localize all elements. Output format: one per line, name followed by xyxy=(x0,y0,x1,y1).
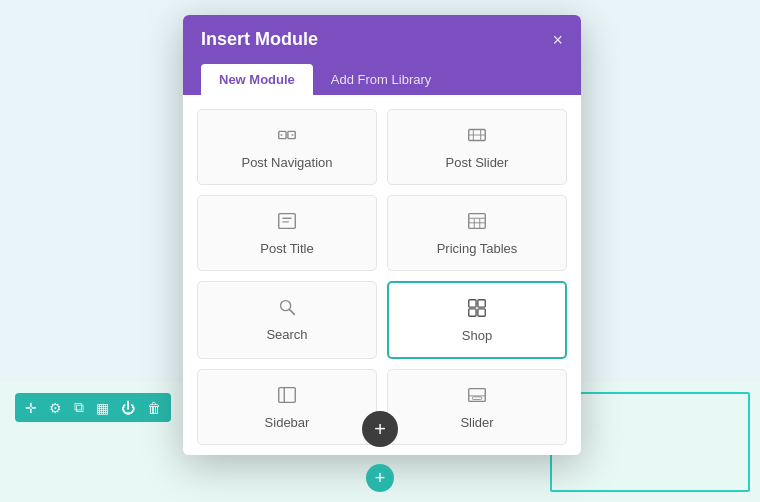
pricing-tables-label: Pricing Tables xyxy=(437,241,518,256)
tab-add-from-library[interactable]: Add From Library xyxy=(313,64,449,95)
module-shop[interactable]: Shop xyxy=(387,281,567,359)
modal-header: Insert Module × xyxy=(183,15,581,64)
post-navigation-icon xyxy=(276,124,298,149)
post-navigation-label: Post Navigation xyxy=(241,155,332,170)
search-label: Search xyxy=(266,327,307,342)
svg-rect-20 xyxy=(469,309,476,316)
module-search[interactable]: Search xyxy=(197,281,377,359)
shop-icon xyxy=(466,297,488,322)
columns-icon[interactable]: ▦ xyxy=(96,400,109,416)
svg-rect-21 xyxy=(478,309,485,316)
svg-rect-18 xyxy=(469,300,476,307)
post-title-icon xyxy=(276,210,298,235)
clone-icon[interactable]: ⧉ xyxy=(74,399,84,416)
module-post-slider[interactable]: Post Slider xyxy=(387,109,567,185)
add-module-button-teal[interactable]: + xyxy=(366,464,394,492)
settings-icon[interactable]: ⚙ xyxy=(49,400,62,416)
shop-label: Shop xyxy=(462,328,492,343)
tab-new-module[interactable]: New Module xyxy=(201,64,313,95)
svg-rect-0 xyxy=(279,131,286,138)
sidebar-icon xyxy=(276,384,298,409)
post-slider-label: Post Slider xyxy=(446,155,509,170)
bottom-toolbar: ✛ ⚙ ⧉ ▦ ⏻ 🗑 xyxy=(15,393,171,422)
modal-close-button[interactable]: × xyxy=(552,31,563,49)
module-post-navigation[interactable]: Post Navigation xyxy=(197,109,377,185)
move-icon[interactable]: ✛ xyxy=(25,400,37,416)
svg-rect-19 xyxy=(478,300,485,307)
module-pricing-tables[interactable]: Pricing Tables xyxy=(387,195,567,271)
post-slider-icon xyxy=(466,124,488,149)
insert-module-modal: Insert Module × New Module Add From Libr… xyxy=(183,15,581,455)
search-icon xyxy=(276,296,298,321)
delete-icon[interactable]: 🗑 xyxy=(147,400,161,416)
svg-rect-1 xyxy=(288,131,295,138)
module-slider[interactable]: Slider xyxy=(387,369,567,445)
add-module-button-dark[interactable]: + xyxy=(362,411,398,447)
modal-title: Insert Module xyxy=(201,29,318,50)
modal-tabs: New Module Add From Library xyxy=(183,64,581,95)
pricing-tables-icon xyxy=(466,210,488,235)
module-post-title[interactable]: Post Title xyxy=(197,195,377,271)
svg-rect-11 xyxy=(469,214,486,229)
post-title-label: Post Title xyxy=(260,241,313,256)
svg-rect-8 xyxy=(279,214,296,229)
modal-body: Post Navigation Post Slider xyxy=(183,95,581,455)
slider-label: Slider xyxy=(460,415,493,430)
svg-point-16 xyxy=(281,301,291,311)
slider-icon xyxy=(466,384,488,409)
modules-grid: Post Navigation Post Slider xyxy=(197,109,567,445)
power-icon[interactable]: ⏻ xyxy=(121,400,135,416)
svg-line-17 xyxy=(290,310,295,315)
module-sidebar[interactable]: Sidebar xyxy=(197,369,377,445)
sidebar-label: Sidebar xyxy=(265,415,310,430)
svg-rect-22 xyxy=(279,388,296,403)
svg-rect-26 xyxy=(472,397,481,400)
